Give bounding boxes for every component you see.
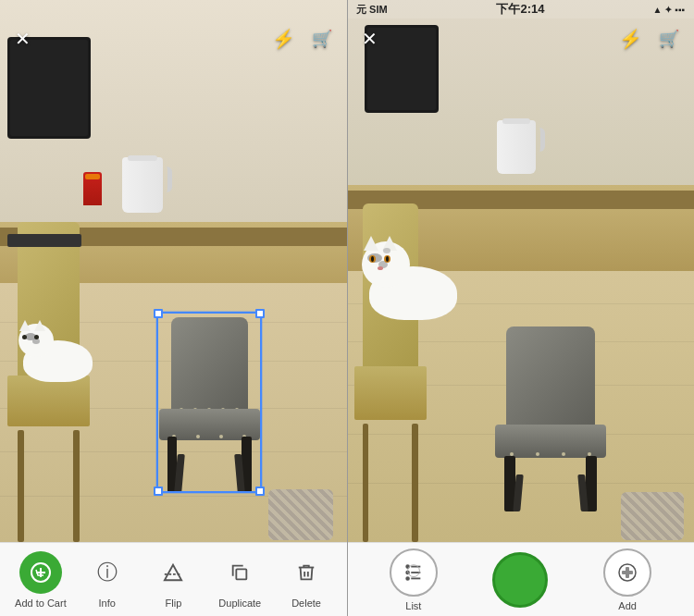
selection-box xyxy=(156,312,262,493)
right-cart-icon[interactable]: 🛒 xyxy=(659,29,679,49)
corner-handle-tr[interactable] xyxy=(255,309,265,318)
rug xyxy=(268,489,333,540)
delete-icon xyxy=(285,551,328,594)
add-to-cart-icon xyxy=(19,551,62,594)
list-label: List xyxy=(405,600,421,611)
flip-button[interactable]: Flip xyxy=(146,551,200,609)
flip-label: Flip xyxy=(166,598,182,609)
right-status-bar: 元 SIM 下午2:14 ▲ ✦ ▪▪▪ xyxy=(347,0,694,18)
right-time: 下午2:14 xyxy=(496,1,544,18)
left-top-bar: ✕ ⚡ 🛒 xyxy=(0,18,347,59)
panel-divider xyxy=(347,0,348,616)
info-button[interactable]: ⓘ Info xyxy=(81,551,134,609)
right-bottom-bar: List Add xyxy=(347,542,694,616)
right-kettle xyxy=(493,111,539,174)
wifi-icon-right: ▲ xyxy=(652,5,662,15)
ar-chair-right xyxy=(486,326,615,511)
add-icon-circle xyxy=(603,548,651,597)
ar-chair-selected[interactable] xyxy=(149,317,269,493)
left-panel: ✕ ⚡ 🛒 Add to Cart ⓘ Info xyxy=(0,0,347,616)
list-icon-circle xyxy=(390,548,438,597)
ar-mode-icon xyxy=(492,552,548,608)
corner-handle-tl[interactable] xyxy=(154,309,163,318)
right-flash-icon[interactable]: ⚡ xyxy=(619,28,642,50)
kettle xyxy=(118,148,167,213)
cat-left xyxy=(14,322,97,382)
cart-icon-left[interactable]: 🛒 xyxy=(312,29,332,49)
ar-mode-button[interactable] xyxy=(492,552,548,608)
svg-rect-5 xyxy=(237,569,247,579)
flip-icon xyxy=(152,551,194,594)
right-carrier: 元 SIM xyxy=(356,3,388,17)
right-panel: 元 SIM 下午2:14 ▲ ✦ ▪▪▪ ✕ ⚡ 🛒 xyxy=(347,0,694,616)
add-label: Add xyxy=(618,600,637,611)
corner-handle-bl[interactable] xyxy=(154,487,163,496)
delete-button[interactable]: Delete xyxy=(279,551,333,609)
add-to-cart-label: Add to Cart xyxy=(15,598,67,609)
bluetooth-icon-right: ✦ xyxy=(664,5,672,15)
corner-handle-br[interactable] xyxy=(255,487,265,496)
right-rug xyxy=(621,492,684,540)
cat-right xyxy=(351,237,462,320)
background-chair xyxy=(0,222,97,542)
duplicate-label: Duplicate xyxy=(218,598,261,609)
left-bottom-toolbar: Add to Cart ⓘ Info Flip xyxy=(0,542,347,616)
flash-icon[interactable]: ⚡ xyxy=(272,28,295,50)
delete-label: Delete xyxy=(291,598,321,609)
keyboard xyxy=(7,234,81,247)
right-top-bar: ✕ ⚡ 🛒 xyxy=(347,18,694,59)
svg-rect-15 xyxy=(626,567,629,578)
add-to-cart-button[interactable]: Add to Cart xyxy=(14,551,68,609)
duplicate-button[interactable]: Duplicate xyxy=(213,551,266,609)
battery-icon-right: ▪▪▪ xyxy=(675,5,685,15)
beer-can xyxy=(83,172,102,205)
info-icon: ⓘ xyxy=(86,551,129,594)
duplicate-icon xyxy=(218,551,261,594)
right-close-button[interactable]: ✕ xyxy=(362,28,378,50)
info-label: Info xyxy=(99,598,116,609)
svg-marker-3 xyxy=(165,564,181,580)
svg-point-10 xyxy=(406,577,409,580)
close-button[interactable]: ✕ xyxy=(15,28,31,50)
add-button[interactable]: Add xyxy=(603,548,651,611)
list-button[interactable]: List xyxy=(390,548,438,611)
